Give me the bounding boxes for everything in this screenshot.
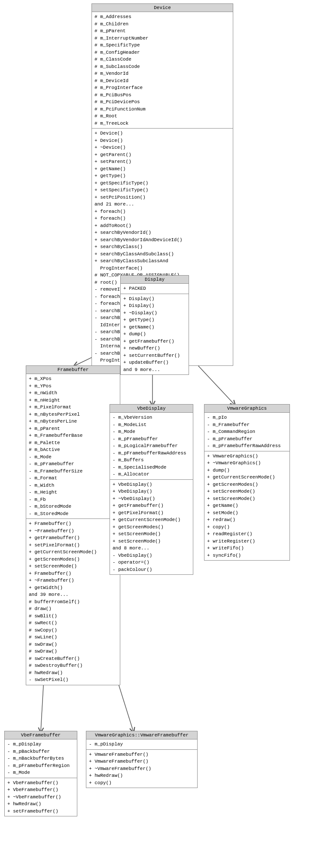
vbe-display-title: VbeDisplay	[110, 405, 193, 413]
vmware-framebuffer-title: VmwareGraphics::VmwareFramebuffer	[86, 731, 197, 739]
device-title: Device	[92, 4, 233, 12]
vmware-graphics-attributes: - m_pIo - m_Framebuffer - m_CommandRegio…	[204, 413, 290, 451]
vbe-framebuffer-title: VbeFramebuffer	[5, 731, 77, 739]
display-methods: + Display() + Display() + ~Display() + g…	[121, 294, 189, 375]
display-box: Display + PACKED + Display() + Display()…	[120, 275, 189, 375]
vmware-framebuffer-methods: + VmwareFramebuffer() + VmwareFramebuffe…	[86, 750, 197, 788]
framebuffer-title: Framebuffer	[26, 366, 120, 374]
vbe-framebuffer-attributes: - m_pDisplay - m_pBackbuffer - m_nBackbu…	[5, 739, 77, 778]
framebuffer-attributes: + m_XPos + m_YPos + m_nWidth + m_nHeight…	[26, 374, 120, 519]
device-attributes: # m_Addresses # m_Children # m_pParent #…	[92, 12, 233, 129]
vbe-framebuffer-methods: + VbeFramebuffer() + VbeFramebuffer() + …	[5, 778, 77, 816]
vbe-display-methods: + VbeDisplay() + VbeDisplay() + ~VbeDisp…	[110, 480, 193, 575]
vmware-graphics-methods: + VmwareGraphics() + ~VmwareGraphics() +…	[204, 451, 290, 561]
vmware-framebuffer-box: VmwareGraphics::VmwareFramebuffer - m_pD…	[86, 731, 198, 788]
vmware-graphics-box: VmwareGraphics - m_pIo - m_Framebuffer -…	[204, 404, 290, 561]
vmware-framebuffer-attributes: - m_pDisplay	[86, 739, 197, 750]
framebuffer-box: Framebuffer + m_XPos + m_YPos + m_nWidth…	[26, 365, 120, 685]
vbe-display-attributes: - m_VbeVersion - m_ModeList - m_Mode - m…	[110, 413, 193, 480]
diagram-container: Children Device # m_Addresses # m_Childr…	[0, 0, 320, 868]
framebuffer-methods: + Framebuffer() + ~Framebuffer() + getFr…	[26, 519, 120, 685]
vmware-graphics-title: VmwareGraphics	[204, 405, 290, 413]
display-packed: + PACKED	[121, 284, 189, 294]
vbe-framebuffer-box: VbeFramebuffer - m_pDisplay - m_pBackbuf…	[4, 731, 77, 816]
display-title: Display	[121, 276, 189, 284]
vbe-display-box: VbeDisplay - m_VbeVersion - m_ModeList -…	[110, 404, 193, 575]
